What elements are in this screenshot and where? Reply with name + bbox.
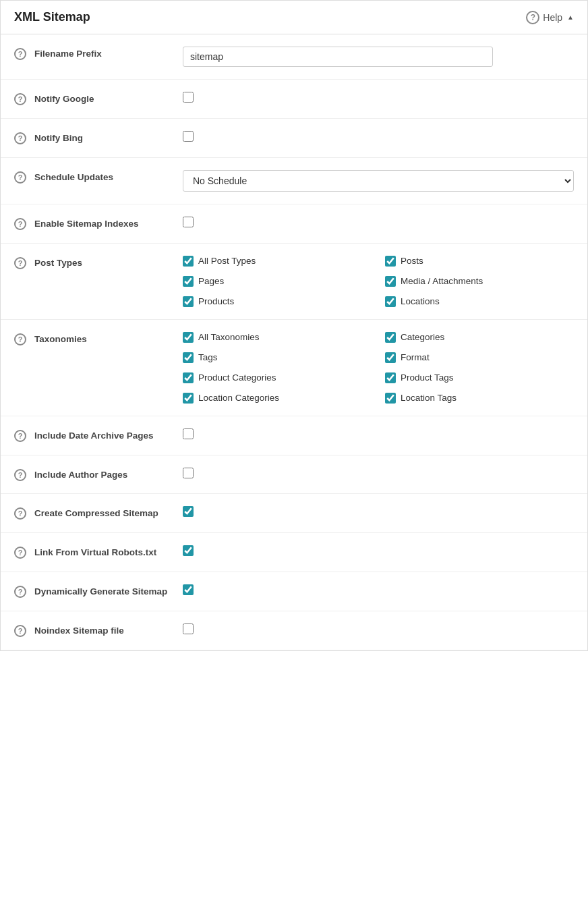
question-icon[interactable]: ? — [14, 132, 26, 144]
question-icon[interactable]: ? — [14, 507, 26, 520]
media-attachments-checkbox[interactable] — [385, 276, 396, 287]
location-categories-checkbox[interactable] — [183, 393, 194, 404]
products-checkbox[interactable] — [183, 296, 194, 307]
row-notify-google: ? Notify Google — [1, 80, 587, 119]
question-icon[interactable]: ? — [14, 257, 26, 269]
help-icon-dynamically-generate-sitemap: ? — [14, 584, 34, 598]
product-tags-checkbox[interactable] — [385, 372, 396, 383]
question-icon[interactable]: ? — [14, 469, 26, 481]
post-type-all: All Post Types — [183, 256, 372, 267]
row-post-types: ? Post Types All Post Types Posts Pages — [1, 244, 587, 320]
format-checkbox[interactable] — [385, 352, 396, 363]
label-taxonomies: Taxonomies — [34, 332, 183, 346]
help-icon-filename: ? — [14, 47, 34, 60]
schedule-updates-select[interactable]: No Schedule Hourly Daily Weekly — [183, 170, 574, 192]
taxonomy-product-tags: Product Tags — [385, 372, 574, 383]
help-icon-include-author-pages: ? — [14, 468, 34, 481]
posts-checkbox[interactable] — [385, 256, 396, 267]
locations-label: Locations — [401, 296, 440, 306]
post-type-media: Media / Attachments — [385, 276, 574, 287]
control-create-compressed-sitemap — [183, 506, 574, 517]
taxonomy-all: All Taxonomies — [183, 332, 372, 343]
pages-label: Pages — [198, 276, 224, 286]
page-title: XML Sitemap — [14, 10, 90, 24]
help-icon-schedule-updates: ? — [14, 170, 34, 184]
pages-checkbox[interactable] — [183, 276, 194, 287]
panel-header: XML Sitemap ? Help ▲ — [1, 1, 587, 34]
control-schedule-updates: No Schedule Hourly Daily Weekly — [183, 170, 574, 192]
question-icon[interactable]: ? — [14, 430, 26, 442]
label-notify-google: Notify Google — [34, 92, 183, 106]
row-include-date-archive: ? Include Date Archive Pages — [1, 416, 587, 455]
post-types-grid: All Post Types Posts Pages Media / Attac… — [183, 256, 574, 307]
chevron-up-icon: ▲ — [567, 13, 574, 21]
help-icon-link-from-virtual-robots: ? — [14, 545, 34, 559]
product-categories-checkbox[interactable] — [183, 372, 194, 383]
control-taxonomies: All Taxonomies Categories Tags Format Pr… — [183, 332, 574, 404]
question-icon[interactable]: ? — [14, 218, 26, 230]
control-enable-sitemap-indexes — [183, 217, 574, 227]
location-tags-label: Location Tags — [401, 393, 457, 403]
create-compressed-sitemap-checkbox[interactable] — [183, 506, 194, 517]
categories-checkbox[interactable] — [385, 332, 396, 343]
row-enable-sitemap-indexes: ? Enable Sitemap Indexes — [1, 204, 587, 244]
help-icon-notify-bing: ? — [14, 131, 34, 144]
label-include-date-archive: Include Date Archive Pages — [34, 428, 183, 443]
products-label: Products — [198, 296, 234, 306]
question-icon[interactable]: ? — [14, 93, 26, 105]
question-icon[interactable]: ? — [14, 586, 26, 598]
link-from-virtual-robots-checkbox[interactable] — [183, 545, 194, 556]
product-categories-label: Product Categories — [198, 372, 276, 383]
control-include-author-pages — [183, 468, 574, 478]
taxonomies-grid: All Taxonomies Categories Tags Format Pr… — [183, 332, 574, 404]
location-tags-checkbox[interactable] — [385, 393, 396, 404]
taxonomy-tags: Tags — [183, 352, 372, 363]
question-icon[interactable]: ? — [14, 171, 26, 184]
media-attachments-label: Media / Attachments — [401, 276, 483, 286]
control-notify-bing — [183, 131, 574, 142]
row-taxonomies: ? Taxonomies All Taxonomies Categories T… — [1, 320, 587, 416]
all-post-types-checkbox[interactable] — [183, 256, 194, 267]
locations-checkbox[interactable] — [385, 296, 396, 307]
enable-sitemap-indexes-checkbox[interactable] — [183, 217, 194, 227]
taxonomy-product-categories: Product Categories — [183, 372, 372, 383]
location-categories-label: Location Categories — [198, 393, 279, 403]
label-post-types: Post Types — [34, 256, 183, 270]
label-include-author-pages: Include Author Pages — [34, 468, 183, 482]
xml-sitemap-panel: XML Sitemap ? Help ▲ ? Filename Prefix ?… — [0, 0, 588, 651]
question-icon[interactable]: ? — [14, 625, 26, 637]
control-include-date-archive — [183, 428, 574, 439]
help-icon-notify-google: ? — [14, 92, 34, 105]
tags-label: Tags — [198, 352, 218, 362]
all-taxonomies-checkbox[interactable] — [183, 332, 194, 343]
noindex-sitemap-file-checkbox[interactable] — [183, 623, 194, 634]
label-link-from-virtual-robots: Link From Virtual Robots.txt — [34, 545, 183, 559]
question-icon[interactable]: ? — [14, 547, 26, 559]
label-filename-prefix: Filename Prefix — [34, 47, 183, 61]
label-create-compressed-sitemap: Create Compressed Sitemap — [34, 506, 183, 520]
taxonomy-location-tags: Location Tags — [385, 393, 574, 404]
notify-google-checkbox[interactable] — [183, 92, 194, 103]
control-post-types: All Post Types Posts Pages Media / Attac… — [183, 256, 574, 307]
control-link-from-virtual-robots — [183, 545, 574, 556]
control-noindex-sitemap-file — [183, 623, 574, 634]
filename-prefix-input[interactable] — [183, 47, 493, 67]
include-date-archive-checkbox[interactable] — [183, 428, 194, 439]
help-icon-taxonomies: ? — [14, 332, 34, 345]
help-label: Help — [543, 12, 562, 23]
tags-checkbox[interactable] — [183, 352, 194, 363]
label-noindex-sitemap-file: Noindex Sitemap file — [34, 623, 183, 638]
dynamically-generate-sitemap-checkbox[interactable] — [183, 584, 194, 595]
question-icon[interactable]: ? — [14, 48, 26, 60]
row-include-author-pages: ? Include Author Pages — [1, 455, 587, 495]
help-icon-noindex-sitemap-file: ? — [14, 623, 34, 637]
taxonomy-format: Format — [385, 352, 574, 363]
include-author-pages-checkbox[interactable] — [183, 468, 194, 478]
post-type-posts: Posts — [385, 256, 574, 267]
question-icon[interactable]: ? — [14, 333, 26, 345]
help-link[interactable]: ? Help ▲ — [526, 11, 574, 24]
post-type-locations: Locations — [385, 296, 574, 307]
notify-bing-checkbox[interactable] — [183, 131, 194, 142]
help-icon-include-date-archive: ? — [14, 428, 34, 442]
row-notify-bing: ? Notify Bing — [1, 119, 587, 158]
